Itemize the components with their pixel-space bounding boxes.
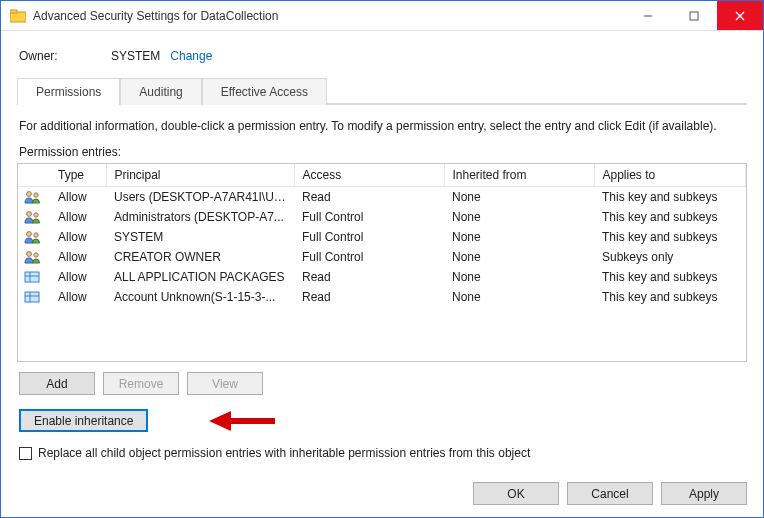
cell-inherited: None [444, 267, 594, 287]
cell-type: Allow [50, 267, 106, 287]
package-icon [18, 267, 50, 287]
dialog-footer: OK Cancel Apply [1, 472, 763, 517]
svg-point-13 [34, 252, 38, 256]
owner-value: SYSTEM [111, 49, 160, 63]
entries-label: Permission entries: [19, 145, 745, 159]
svg-point-10 [27, 231, 32, 236]
svg-point-12 [27, 251, 32, 256]
ok-button[interactable]: OK [473, 482, 559, 505]
client-area: Owner: SYSTEM Change Permissions Auditin… [1, 31, 763, 472]
cell-type: Allow [50, 247, 106, 267]
security-settings-window: Advanced Security Settings for DataColle… [0, 0, 764, 518]
maximize-button[interactable] [671, 1, 717, 30]
cell-type: Allow [50, 227, 106, 247]
svg-rect-3 [690, 12, 698, 20]
svg-point-9 [34, 212, 38, 216]
window-controls [625, 1, 763, 30]
cell-applies: Subkeys only [594, 247, 746, 267]
svg-rect-17 [25, 292, 39, 302]
permission-entries-grid[interactable]: Type Principal Access Inherited from App… [17, 163, 747, 362]
replace-children-row[interactable]: Replace all child object permission entr… [19, 446, 745, 460]
users-icon [18, 227, 50, 247]
cell-applies: This key and subkeys [594, 187, 746, 207]
owner-row: Owner: SYSTEM Change [19, 49, 747, 63]
cell-type: Allow [50, 187, 106, 207]
cell-inherited: None [444, 247, 594, 267]
cell-applies: This key and subkeys [594, 287, 746, 307]
minimize-button[interactable] [625, 1, 671, 30]
cell-type: Allow [50, 207, 106, 227]
replace-children-label: Replace all child object permission entr… [38, 446, 530, 460]
users-icon [18, 187, 50, 207]
cell-type: Allow [50, 287, 106, 307]
table-row[interactable]: AllowAccount Unknown(S-1-15-3-...ReadNon… [18, 287, 746, 307]
col-applies[interactable]: Applies to [594, 164, 746, 187]
cell-principal: ALL APPLICATION PACKAGES [106, 267, 294, 287]
table-row[interactable]: AllowCREATOR OWNERFull ControlNoneSubkey… [18, 247, 746, 267]
enable-inheritance-button[interactable]: Enable inheritance [19, 409, 148, 432]
cell-inherited: None [444, 227, 594, 247]
cell-applies: This key and subkeys [594, 267, 746, 287]
cell-inherited: None [444, 207, 594, 227]
table-row[interactable]: AllowAdministrators (DESKTOP-A7...Full C… [18, 207, 746, 227]
svg-rect-14 [25, 272, 39, 282]
table-row[interactable]: AllowUsers (DESKTOP-A7AR41I\Us...ReadNon… [18, 187, 746, 207]
tab-effective-access[interactable]: Effective Access [202, 78, 327, 105]
titlebar: Advanced Security Settings for DataColle… [1, 1, 763, 31]
cell-principal: Account Unknown(S-1-15-3-... [106, 287, 294, 307]
tab-auditing[interactable]: Auditing [120, 78, 201, 105]
cell-principal: Users (DESKTOP-A7AR41I\Us... [106, 187, 294, 207]
cell-applies: This key and subkeys [594, 207, 746, 227]
owner-label: Owner: [19, 49, 111, 63]
table-row[interactable]: AllowALL APPLICATION PACKAGESReadNoneThi… [18, 267, 746, 287]
apply-button[interactable]: Apply [661, 482, 747, 505]
cell-access: Read [294, 287, 444, 307]
users-icon [18, 247, 50, 267]
users-icon [18, 207, 50, 227]
view-button: View [187, 372, 263, 395]
col-access[interactable]: Access [294, 164, 444, 187]
folder-icon [9, 7, 27, 25]
svg-rect-1 [10, 10, 17, 13]
svg-point-7 [34, 193, 38, 197]
entry-buttons: Add Remove View [19, 372, 745, 395]
col-inherited[interactable]: Inherited from [444, 164, 594, 187]
grid-header-row: Type Principal Access Inherited from App… [18, 164, 746, 187]
red-arrow-annotation [209, 407, 279, 438]
cell-access: Full Control [294, 207, 444, 227]
window-title: Advanced Security Settings for DataColle… [33, 9, 625, 23]
svg-point-6 [27, 191, 32, 196]
replace-children-checkbox[interactable] [19, 447, 32, 460]
svg-point-8 [27, 211, 32, 216]
tab-permissions[interactable]: Permissions [17, 78, 120, 105]
cell-principal: Administrators (DESKTOP-A7... [106, 207, 294, 227]
cell-principal: SYSTEM [106, 227, 294, 247]
add-button[interactable]: Add [19, 372, 95, 395]
remove-button: Remove [103, 372, 179, 395]
svg-point-11 [34, 232, 38, 236]
cell-principal: CREATOR OWNER [106, 247, 294, 267]
cell-inherited: None [444, 187, 594, 207]
cell-access: Full Control [294, 247, 444, 267]
cell-access: Full Control [294, 227, 444, 247]
close-button[interactable] [717, 1, 763, 30]
cancel-button[interactable]: Cancel [567, 482, 653, 505]
col-principal[interactable]: Principal [106, 164, 294, 187]
cell-access: Read [294, 187, 444, 207]
cell-inherited: None [444, 287, 594, 307]
table-row[interactable]: AllowSYSTEMFull ControlNoneThis key and … [18, 227, 746, 247]
hint-text: For additional information, double-click… [19, 119, 745, 133]
svg-marker-21 [209, 411, 231, 431]
permissions-tab-page: For additional information, double-click… [17, 104, 747, 464]
package-icon [18, 287, 50, 307]
change-owner-link[interactable]: Change [170, 49, 212, 63]
col-type[interactable]: Type [50, 164, 106, 187]
tab-strip: Permissions Auditing Effective Access [17, 77, 747, 104]
cell-access: Read [294, 267, 444, 287]
cell-applies: This key and subkeys [594, 227, 746, 247]
